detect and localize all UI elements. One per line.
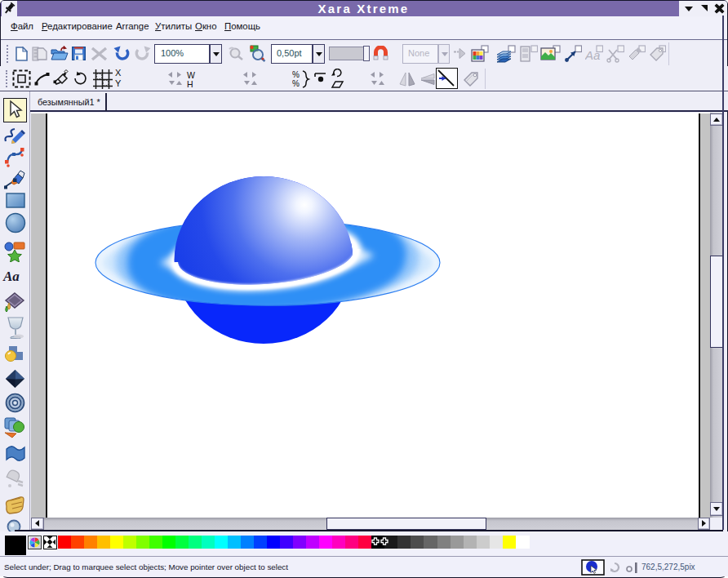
svg-text:%: % (292, 79, 300, 88)
svg-text:Aa: Aa (585, 48, 600, 62)
svg-text:H: H (187, 79, 193, 88)
svg-text:%: % (292, 70, 300, 79)
